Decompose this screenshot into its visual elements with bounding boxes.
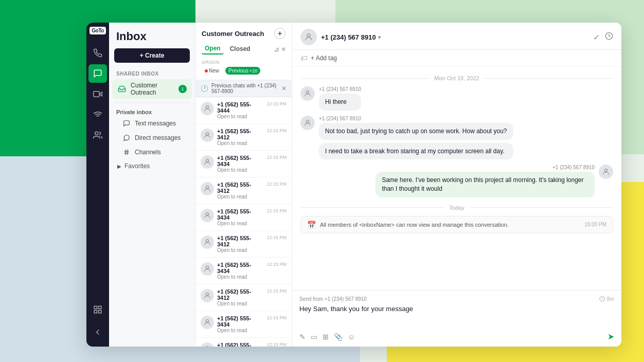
icon-bar-video[interactable] [88,85,107,103]
compose-template-icon[interactable]: ▭ [311,333,317,341]
conv-list-item[interactable]: +1 (562) 555-3412 Open to read 12:15 PM [195,338,292,347]
icon-bar-grid[interactable] [88,300,107,319]
icon-bar-wifi[interactable] [88,105,107,124]
create-button[interactable]: + Create [114,48,190,63]
compose-edit-icon[interactable]: ✎ [299,333,306,341]
svg-rect-4 [94,306,97,309]
icon-bar-message[interactable] [88,64,107,83]
conversation-list: +1 (562) 555-3444 Open to read 12:15 PM … [195,97,292,347]
sidebar-direct-messages[interactable]: Direct messages [112,131,192,144]
date-text-2: Today [449,205,464,211]
conv-list-item[interactable]: +1 (562) 555-3434 Open to read 12:15 PM [195,204,292,231]
tab-open[interactable]: Open [202,43,224,55]
conv-time: 12:15 PM [266,342,287,347]
msg-bubble: Hi there [319,94,361,111]
check-icon[interactable]: ✓ [593,32,600,42]
prev-chats-close[interactable]: ✕ [281,85,287,92]
compose-input[interactable]: Hey Sam, thank you for your message [299,305,614,325]
conv-list-item[interactable]: +1 (562) 555-3412 Open to read 12:15 PM [195,284,292,311]
conv-list-item[interactable]: +1 (562) 555-3412 Open to read 12:15 PM [195,177,292,204]
chat-header-phone[interactable]: +1 (234) 567 8910 ▾ [321,33,381,41]
msg-row: +1 (234) 567 8910 Not too bad, just tryi… [300,116,613,160]
conv-panel-header: Customer Outreach + Open Closed ⊿ ≡ ORIG… [195,23,292,80]
conversation-panel: Customer Outreach + Open Closed ⊿ ≡ ORIG… [195,23,292,347]
msg-sender: +1 (234) 567 8910 [319,116,513,121]
compose-timer-value: 8m [607,296,614,302]
compose-from: Send from +1 (234) 567 8910 8m [299,296,614,302]
chat-messages: Mon Oct 18, 2022 +1 (234) 567 8910 Hi th… [292,67,621,290]
conv-phone: +1 (562) 555-3412 [217,288,263,301]
conv-filter-icons: ⊿ ≡ [274,45,285,53]
compose-emoji-icon[interactable]: ☺ [348,333,355,341]
origin-tab-new[interactable]: New [202,67,222,75]
compose-toolbar: ✎ ▭ ⊞ 📎 ☺ ➤ [299,332,614,341]
compose-layout-icon[interactable]: ⊞ [323,333,329,341]
previous-count: +20 [249,68,257,74]
conv-list-item[interactable]: +1 (562) 555-3444 Open to read 12:15 PM [195,97,292,124]
origin-label: ORIGIN [202,60,220,65]
icon-bar-user[interactable] [88,126,107,144]
conv-info: +1 (562) 555-3412 Open to read [217,182,263,200]
svg-rect-7 [99,311,101,313]
compose-area: Send from +1 (234) 567 8910 8m Hey Sam, … [292,290,621,347]
conv-info: +1 (562) 555-3412 Open to read [217,235,263,253]
sidebar-favorites[interactable]: ▶ Favorites [112,160,192,172]
shared-inbox-label: Shared inbox [109,69,195,79]
conv-phone: +1 (562) 555-3434 [217,155,263,167]
conv-avatar [201,236,214,249]
conv-panel-title-text: Customer Outreach [202,30,264,38]
conv-tabs: Open Closed ⊿ ≡ [202,43,285,55]
icon-bar-chevron-down[interactable] [88,323,107,341]
icon-bar-phone[interactable] [88,44,107,62]
compose-send-button[interactable]: ➤ [607,332,614,341]
tab-closed[interactable]: Closed [227,44,254,54]
msg-sender: +1 (234) 567 8910 [319,86,361,92]
msg-bubble-sent: Same here. I've been working on this pro… [375,172,595,197]
conv-time: 12:15 PM [266,182,287,187]
conv-info: +1 (562) 555-3412 Open to read [217,342,263,347]
msg-content: +1 (234) 567 8910 Hi there [319,86,361,111]
conv-list-item[interactable]: +1 (562) 555-3412 Open to read 12:15 PM [195,124,292,151]
conv-list-item[interactable]: +1 (562) 555-3412 Open to read 12:15 PM [195,231,292,258]
sidebar-text-messages[interactable]: Text messages [112,117,192,130]
date-divider-1: Mon Oct 18, 2022 [300,75,613,81]
system-message-text: All members of <inboxName> can now view … [320,222,509,228]
system-message-time: 15:00 PM [584,222,606,227]
conv-info: +1 (562) 555-3412 Open to read [217,128,263,146]
conv-phone: +1 (562) 555-3412 [217,342,263,347]
direct-messages-icon [122,134,131,142]
clock-icon[interactable] [605,32,613,42]
add-tag-button[interactable]: + Add tag [311,55,337,62]
conv-avatar [201,316,214,329]
conv-list-item[interactable]: +1 (562) 555-3434 Open to read 12:15 PM [195,258,292,284]
msg-avatar [300,116,315,130]
conv-info: +1 (562) 555-3444 Open to read [217,101,263,119]
conv-add-button[interactable]: + [274,28,285,39]
svg-rect-6 [94,311,97,313]
conv-info: +1 (562) 555-3434 Open to read [217,155,263,173]
conv-avatar [201,155,214,169]
conv-time: 12:15 PM [266,128,287,133]
sidebar-channels[interactable]: Channels [112,146,192,159]
sidebar-item-customer-outreach[interactable]: Customer Outreach 1 [112,79,192,99]
svg-point-13 [206,133,208,135]
prev-chats-bar: 🕐 Previous chats with +1 (234) 567-8900 … [195,80,292,97]
origin-row: ORIGIN [202,58,285,66]
conv-avatar [201,182,214,195]
conv-list-item[interactable]: +1 (562) 555-3434 Open to read 12:15 PM [195,311,292,338]
conv-time: 12:15 PM [266,288,287,294]
filter-icon[interactable]: ⊿ [274,45,279,53]
channels-icon [122,148,131,156]
date-divider-2: Today [300,205,613,211]
conv-status: Open to read [217,221,263,226]
origin-tab-previous[interactable]: Previous+20 [225,67,260,75]
msg-content-sent: +1 (234) 567 8910 Same here. I've been w… [375,165,595,197]
sort-icon[interactable]: ≡ [281,45,285,53]
conv-info: +1 (562) 555-3434 Open to read [217,208,263,226]
conv-list-item[interactable]: +1 (562) 555-3434 Open to read 12:15 PM [195,151,292,177]
text-messages-icon [122,119,131,128]
svg-point-18 [206,266,208,269]
compose-attach-icon[interactable]: 📎 [334,333,343,341]
conv-avatar [201,102,214,115]
conv-phone: +1 (562) 555-3412 [217,235,263,247]
